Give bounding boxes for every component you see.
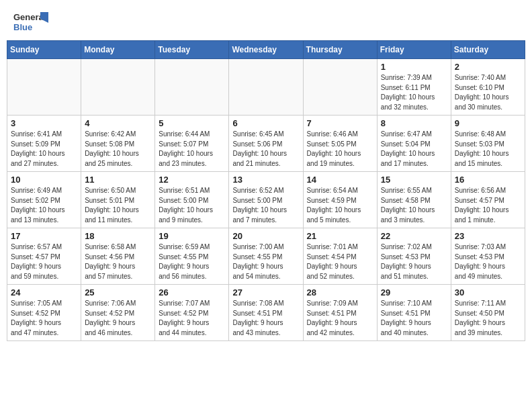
day-number: 21 (307, 231, 373, 241)
day-cell: 9Sunrise: 6:48 AM Sunset: 5:03 PM Daylig… (451, 116, 525, 172)
day-number: 26 (159, 287, 225, 298)
day-cell: 8Sunrise: 6:47 AM Sunset: 5:04 PM Daylig… (377, 116, 451, 172)
day-number: 16 (455, 175, 521, 185)
day-info: Sunrise: 6:44 AM Sunset: 5:07 PM Dayligh… (159, 130, 225, 169)
day-cell: 25Sunrise: 7:06 AM Sunset: 4:52 PM Dayli… (81, 285, 155, 341)
day-cell (7, 59, 81, 116)
day-cell: 7Sunrise: 6:46 AM Sunset: 5:05 PM Daylig… (303, 116, 377, 172)
day-number: 24 (11, 287, 77, 298)
week-row-4: 17Sunrise: 6:57 AM Sunset: 4:57 PM Dayli… (7, 228, 525, 285)
day-number: 4 (85, 118, 151, 128)
day-cell: 4Sunrise: 6:42 AM Sunset: 5:08 PM Daylig… (81, 116, 155, 172)
day-number: 25 (85, 287, 151, 298)
day-info: Sunrise: 6:54 AM Sunset: 4:59 PM Dayligh… (307, 186, 373, 225)
day-cell (155, 59, 229, 116)
day-number: 10 (11, 175, 77, 185)
day-number: 2 (455, 62, 521, 72)
day-number: 23 (455, 231, 521, 241)
day-info: Sunrise: 7:05 AM Sunset: 4:52 PM Dayligh… (11, 299, 77, 338)
day-number: 27 (232, 287, 299, 298)
day-info: Sunrise: 6:49 AM Sunset: 5:02 PM Dayligh… (11, 186, 77, 225)
day-cell: 16Sunrise: 6:56 AM Sunset: 4:57 PM Dayli… (451, 172, 525, 228)
day-cell: 18Sunrise: 6:58 AM Sunset: 4:56 PM Dayli… (81, 228, 155, 285)
day-number: 28 (307, 287, 373, 298)
day-cell: 17Sunrise: 6:57 AM Sunset: 4:57 PM Dayli… (7, 228, 81, 285)
svg-text:Blue: Blue (13, 22, 32, 32)
calendar-table: SundayMondayTuesdayWednesdayThursdayFrid… (7, 40, 525, 341)
day-number: 6 (232, 118, 299, 128)
day-info: Sunrise: 6:45 AM Sunset: 5:06 PM Dayligh… (232, 130, 299, 169)
week-row-2: 3Sunrise: 6:41 AM Sunset: 5:09 PM Daylig… (7, 116, 525, 172)
weekday-header-friday: Friday (377, 41, 451, 59)
logo-svg: GeneralBlue (13, 9, 48, 35)
day-info: Sunrise: 6:50 AM Sunset: 5:01 PM Dayligh… (85, 186, 151, 225)
day-info: Sunrise: 7:39 AM Sunset: 6:11 PM Dayligh… (381, 73, 447, 112)
day-info: Sunrise: 7:06 AM Sunset: 4:52 PM Dayligh… (85, 299, 151, 338)
day-info: Sunrise: 6:51 AM Sunset: 5:00 PM Dayligh… (159, 186, 225, 225)
day-number: 20 (232, 231, 299, 241)
day-number: 13 (232, 175, 299, 185)
day-info: Sunrise: 6:46 AM Sunset: 5:05 PM Dayligh… (307, 130, 373, 169)
day-info: Sunrise: 7:09 AM Sunset: 4:51 PM Dayligh… (307, 299, 373, 338)
day-cell: 23Sunrise: 7:03 AM Sunset: 4:53 PM Dayli… (451, 228, 525, 285)
day-cell: 28Sunrise: 7:09 AM Sunset: 4:51 PM Dayli… (303, 285, 377, 341)
day-cell: 19Sunrise: 6:59 AM Sunset: 4:55 PM Dayli… (155, 228, 229, 285)
day-info: Sunrise: 7:10 AM Sunset: 4:51 PM Dayligh… (381, 299, 447, 338)
week-row-5: 24Sunrise: 7:05 AM Sunset: 4:52 PM Dayli… (7, 285, 525, 341)
calendar-wrapper: SundayMondayTuesdayWednesdayThursdayFrid… (0, 40, 532, 348)
day-info: Sunrise: 7:01 AM Sunset: 4:54 PM Dayligh… (307, 242, 373, 281)
day-number: 30 (455, 287, 521, 298)
day-cell: 24Sunrise: 7:05 AM Sunset: 4:52 PM Dayli… (7, 285, 81, 341)
day-number: 5 (159, 118, 225, 128)
day-cell: 5Sunrise: 6:44 AM Sunset: 5:07 PM Daylig… (155, 116, 229, 172)
day-cell: 12Sunrise: 6:51 AM Sunset: 5:00 PM Dayli… (155, 172, 229, 228)
day-number: 12 (159, 175, 225, 185)
day-info: Sunrise: 6:47 AM Sunset: 5:04 PM Dayligh… (381, 130, 447, 169)
day-info: Sunrise: 6:57 AM Sunset: 4:57 PM Dayligh… (11, 242, 77, 281)
day-info: Sunrise: 6:48 AM Sunset: 5:03 PM Dayligh… (455, 130, 521, 169)
weekday-header-monday: Monday (81, 41, 155, 59)
day-number: 1 (381, 62, 447, 72)
day-info: Sunrise: 6:56 AM Sunset: 4:57 PM Dayligh… (455, 186, 521, 225)
day-number: 14 (307, 175, 373, 185)
day-number: 3 (11, 118, 77, 128)
weekday-header-wednesday: Wednesday (229, 41, 303, 59)
day-cell: 2Sunrise: 7:40 AM Sunset: 6:10 PM Daylig… (451, 59, 525, 116)
weekday-header-saturday: Saturday (451, 41, 525, 59)
day-info: Sunrise: 6:59 AM Sunset: 4:55 PM Dayligh… (159, 242, 225, 281)
day-number: 15 (381, 175, 447, 185)
day-info: Sunrise: 7:07 AM Sunset: 4:52 PM Dayligh… (159, 299, 225, 338)
day-number: 8 (381, 118, 447, 128)
day-number: 9 (455, 118, 521, 128)
day-info: Sunrise: 6:41 AM Sunset: 5:09 PM Dayligh… (11, 130, 77, 169)
day-info: Sunrise: 7:11 AM Sunset: 4:50 PM Dayligh… (455, 299, 521, 338)
day-number: 19 (159, 231, 225, 241)
weekday-header-row: SundayMondayTuesdayWednesdayThursdayFrid… (7, 41, 525, 59)
day-info: Sunrise: 6:52 AM Sunset: 5:00 PM Dayligh… (232, 186, 299, 225)
day-cell: 29Sunrise: 7:10 AM Sunset: 4:51 PM Dayli… (377, 285, 451, 341)
day-number: 17 (11, 231, 77, 241)
page-header: GeneralBlue (0, 0, 532, 40)
day-info: Sunrise: 7:00 AM Sunset: 4:55 PM Dayligh… (232, 242, 299, 281)
day-cell (229, 59, 303, 116)
weekday-header-thursday: Thursday (303, 41, 377, 59)
day-info: Sunrise: 6:55 AM Sunset: 4:58 PM Dayligh… (381, 186, 447, 225)
day-info: Sunrise: 7:40 AM Sunset: 6:10 PM Dayligh… (455, 73, 521, 112)
day-cell: 20Sunrise: 7:00 AM Sunset: 4:55 PM Dayli… (229, 228, 303, 285)
day-cell: 14Sunrise: 6:54 AM Sunset: 4:59 PM Dayli… (303, 172, 377, 228)
day-number: 18 (85, 231, 151, 241)
week-row-1: 1Sunrise: 7:39 AM Sunset: 6:11 PM Daylig… (7, 59, 525, 116)
logo: GeneralBlue (13, 9, 48, 35)
day-info: Sunrise: 6:42 AM Sunset: 5:08 PM Dayligh… (85, 130, 151, 169)
day-cell: 22Sunrise: 7:02 AM Sunset: 4:53 PM Dayli… (377, 228, 451, 285)
day-info: Sunrise: 7:03 AM Sunset: 4:53 PM Dayligh… (455, 242, 521, 281)
day-cell: 26Sunrise: 7:07 AM Sunset: 4:52 PM Dayli… (155, 285, 229, 341)
day-info: Sunrise: 7:02 AM Sunset: 4:53 PM Dayligh… (381, 242, 447, 281)
day-cell: 6Sunrise: 6:45 AM Sunset: 5:06 PM Daylig… (229, 116, 303, 172)
day-number: 11 (85, 175, 151, 185)
day-cell (303, 59, 377, 116)
day-cell: 10Sunrise: 6:49 AM Sunset: 5:02 PM Dayli… (7, 172, 81, 228)
day-cell: 13Sunrise: 6:52 AM Sunset: 5:00 PM Dayli… (229, 172, 303, 228)
day-info: Sunrise: 7:08 AM Sunset: 4:51 PM Dayligh… (232, 299, 299, 338)
day-cell: 21Sunrise: 7:01 AM Sunset: 4:54 PM Dayli… (303, 228, 377, 285)
